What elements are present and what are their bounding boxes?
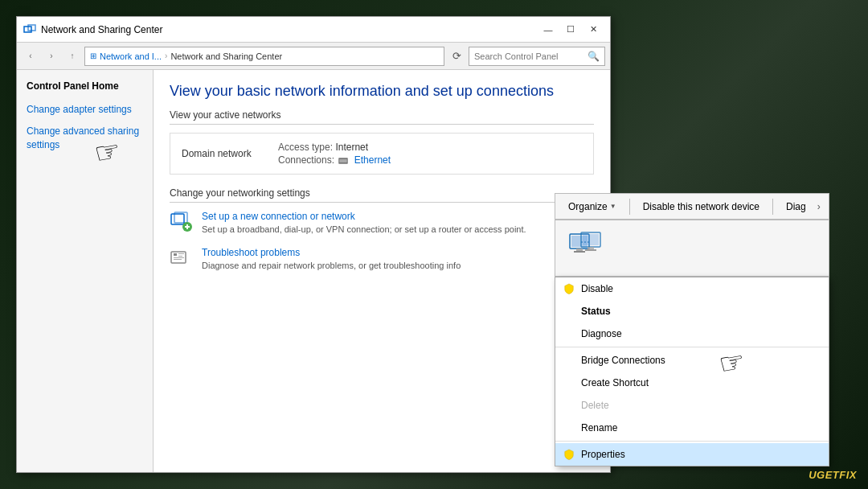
- breadcrumb-part1[interactable]: Network and I...: [100, 51, 162, 61]
- shield-icon-disable: [563, 283, 575, 294]
- svg-rect-17: [174, 259, 182, 260]
- diagnose-btn[interactable]: Diag: [780, 198, 813, 216]
- access-type-value: Internet: [335, 142, 368, 153]
- svg-rect-14: [178, 253, 184, 254]
- svg-rect-15: [178, 256, 182, 257]
- network-info-box: Domain network Access type: Internet Con…: [170, 133, 594, 175]
- sidebar-item-adapter-settings[interactable]: Change adapter settings: [27, 101, 143, 119]
- search-input[interactable]: [474, 51, 584, 61]
- disable-network-btn[interactable]: Disable this network device: [637, 198, 766, 216]
- maximize-button[interactable]: ☐: [560, 22, 581, 38]
- new-connection-link[interactable]: Set up a new connection or network: [202, 211, 594, 222]
- ctx-delete-label: Delete: [581, 400, 609, 411]
- troubleshoot-link[interactable]: Troubleshoot problems: [202, 247, 594, 258]
- watermark-prefix: U: [809, 469, 817, 481]
- shield-placeholder-bridge: [563, 355, 575, 366]
- ctx-item-delete: Delete: [555, 394, 829, 417]
- ctx-bridge-label: Bridge Connections: [581, 355, 665, 366]
- access-type-label: Access type:: [278, 142, 333, 153]
- shield-placeholder-status: [563, 306, 575, 317]
- back-button[interactable]: ‹: [22, 47, 39, 65]
- forward-button[interactable]: ›: [43, 47, 60, 65]
- toolbar-separator2: [772, 199, 773, 215]
- svg-rect-13: [174, 253, 177, 256]
- ctx-properties-label: Properties: [581, 449, 625, 460]
- ctx-rename-label: Rename: [581, 422, 617, 434]
- ctx-item-properties[interactable]: Properties: [555, 443, 829, 466]
- setting-item-troubleshoot: Troubleshoot problems Diagnose and repai…: [170, 247, 594, 272]
- context-menu-area: Organize ▼ Disable this network device D…: [555, 193, 829, 466]
- minimize-button[interactable]: —: [538, 22, 559, 38]
- breadcrumb-sep: ›: [165, 51, 167, 60]
- organize-label: Organize: [568, 201, 608, 212]
- troubleshoot-desc: Diagnose and repair network problems, or…: [202, 260, 594, 272]
- connections-value[interactable]: Ethernet: [354, 154, 391, 166]
- search-box: 🔍: [469, 47, 605, 66]
- main-content: Control Panel Home Change adapter settin…: [17, 70, 610, 472]
- svg-rect-25: [585, 249, 596, 251]
- adapter-preview: [555, 220, 829, 277]
- section-active-networks: View your active networks: [170, 109, 594, 125]
- computer-icon-svg: [568, 231, 608, 263]
- breadcrumb-bar: ⊞ Network and I... › Network and Sharing…: [84, 47, 444, 66]
- up-button[interactable]: ↑: [63, 47, 81, 65]
- ctx-diagnose-label: Diagnose: [581, 328, 622, 339]
- window-controls: — ☐ ✕: [538, 22, 604, 38]
- ethernet-icon: [338, 157, 350, 165]
- setting-item-new-connection: Set up a new connection or network Set u…: [170, 211, 594, 236]
- ctx-shortcut-label: Create Shortcut: [581, 377, 649, 388]
- refresh-button[interactable]: ⟳: [448, 47, 465, 65]
- network-details: Access type: Internet Connections: Ether…: [278, 142, 391, 166]
- shield-placeholder-shortcut: [563, 377, 575, 388]
- title-bar: Network and Sharing Center — ☐ ✕: [17, 17, 610, 43]
- new-connection-icon: [170, 211, 194, 233]
- ctx-divider-1: [555, 347, 829, 347]
- sidebar-heading: Control Panel Home: [27, 78, 143, 94]
- access-type-row: Access type: Internet: [278, 142, 391, 153]
- adapter-icon: [568, 231, 608, 265]
- svg-rect-20: [576, 249, 583, 251]
- svg-rect-16: [174, 257, 184, 258]
- page-title: View your basic network information and …: [170, 83, 594, 100]
- window-title: Network and Sharing Center: [41, 24, 538, 35]
- shield-icon-properties: [563, 449, 575, 460]
- sidebar: Control Panel Home Change adapter settin…: [17, 70, 154, 472]
- watermark: UGETFIX: [809, 469, 857, 481]
- ctx-item-diagnose[interactable]: Diagnose: [555, 323, 829, 345]
- shield-placeholder-delete: [563, 400, 575, 411]
- address-bar: ‹ › ↑ ⊞ Network and I... › Network and S…: [17, 43, 610, 70]
- ctx-status-label: Status: [581, 306, 611, 317]
- ctx-disable-label: Disable: [581, 283, 613, 294]
- organize-button[interactable]: Organize ▼: [562, 198, 623, 216]
- toolbar-more: ›: [816, 198, 822, 216]
- content-area: View your basic network information and …: [154, 70, 610, 472]
- svg-rect-23: [583, 234, 599, 245]
- breadcrumb-current: Network and Sharing Center: [170, 51, 282, 61]
- ctx-item-shortcut[interactable]: Create Shortcut: [555, 372, 829, 394]
- new-connection-desc: Set up a broadband, dial-up, or VPN conn…: [202, 224, 594, 236]
- window-icon: [23, 23, 36, 36]
- search-icon: 🔍: [588, 51, 600, 62]
- svg-rect-21: [574, 251, 585, 253]
- organize-chevron: ▼: [610, 203, 616, 210]
- watermark-colored: GET: [817, 469, 839, 481]
- troubleshoot-icon: [170, 247, 194, 269]
- setting-text-new-connection: Set up a new connection or network Set u…: [202, 211, 594, 236]
- network-name: Domain network: [182, 148, 262, 159]
- shield-placeholder-rename: [563, 422, 575, 434]
- connections-row: Connections: Ethernet: [278, 154, 391, 166]
- watermark-suffix: FIX: [839, 469, 857, 481]
- close-button[interactable]: ✕: [583, 22, 604, 38]
- ctx-item-disable[interactable]: Disable: [555, 277, 829, 300]
- ctx-item-rename[interactable]: Rename: [555, 417, 829, 439]
- breadcrumb-icon: ⊞: [90, 51, 96, 60]
- toolbar-separator: [629, 199, 630, 215]
- ctx-item-bridge[interactable]: Bridge Connections: [555, 349, 829, 372]
- sidebar-item-advanced-settings[interactable]: Change advanced sharing settings: [27, 122, 143, 154]
- context-menu: Disable Status Diagnose Bridge Connectio…: [555, 277, 829, 466]
- network-sharing-window: Network and Sharing Center — ☐ ✕ ‹ › ↑ ⊞…: [16, 16, 611, 473]
- setting-text-troubleshoot: Troubleshoot problems Diagnose and repai…: [202, 247, 594, 272]
- svg-rect-24: [588, 247, 594, 249]
- ctx-item-status[interactable]: Status: [555, 300, 829, 323]
- section-change-networking: Change your networking settings: [170, 187, 594, 203]
